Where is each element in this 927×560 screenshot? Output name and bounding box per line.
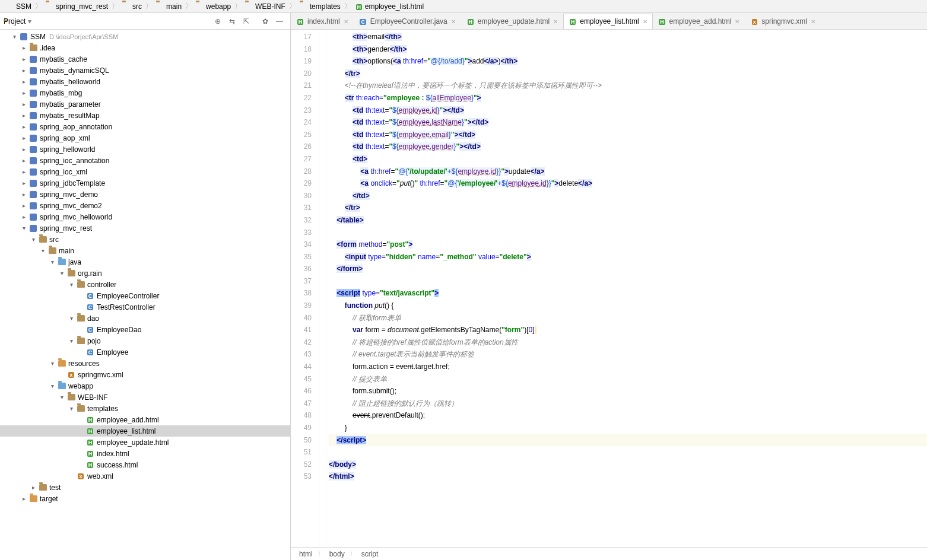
tree-node[interactable]: success.html <box>0 459 290 470</box>
tree-node[interactable]: ▸spring_ioc_xml <box>0 166 290 177</box>
tree-node[interactable]: ▸test <box>0 482 290 493</box>
chevron-down-icon[interactable]: ▾ <box>66 281 76 288</box>
chevron-down-icon[interactable]: ▾ <box>57 394 66 400</box>
chevron-right-icon[interactable]: ▸ <box>19 495 28 502</box>
code-line[interactable] <box>329 227 927 239</box>
code-editor[interactable]: 1718192021222324252627282930313233343536… <box>291 30 927 547</box>
tree-node[interactable]: TestRestController <box>0 301 290 313</box>
editor-tab[interactable]: employee_list.html✕ <box>563 14 652 29</box>
tree-node[interactable]: ▾main <box>0 245 290 256</box>
tree-node[interactable]: ▾SSMD:\ideaPorject\Apr\SSM <box>0 31 290 42</box>
fold-column[interactable] <box>319 30 326 547</box>
tree-node[interactable]: ▸mybatis_dynamicSQL <box>0 65 290 76</box>
code-line[interactable]: <a onclick="put()" th:href="@{'/employee… <box>329 177 927 190</box>
tree-node[interactable]: ▾WEB-INF <box>0 392 290 403</box>
code-line[interactable]: function put() { <box>329 300 927 312</box>
tree-node[interactable]: ▸spring_mvc_demo2 <box>0 200 290 211</box>
tree-node[interactable]: ▾pojo <box>0 335 290 346</box>
code-line[interactable]: // 阻止超链接的默认行为（跳转） <box>329 397 927 410</box>
code-line[interactable]: <form method="post"> <box>329 238 927 251</box>
chevron-right-icon[interactable]: ▸ <box>19 214 28 220</box>
tree-node[interactable]: ▸mybatis_cache <box>0 53 290 65</box>
tree-node[interactable]: ▾controller <box>0 279 290 290</box>
chevron-down-icon[interactable]: ▾ <box>57 270 66 276</box>
tree-node[interactable]: ▸mybatis_parameter <box>0 98 290 110</box>
chevron-right-icon[interactable]: ▸ <box>19 146 28 152</box>
tree-node[interactable]: ▾java <box>0 256 290 268</box>
tree-node[interactable]: ▸mybatis_resultMap <box>0 110 290 121</box>
chevron-down-icon[interactable]: ▾ <box>28 236 38 243</box>
chevron-right-icon[interactable]: ▸ <box>19 202 28 209</box>
code-line[interactable]: </table> <box>329 214 927 227</box>
code-line[interactable]: } <box>329 422 927 434</box>
breadcrumb-item[interactable]: spring_mvc_rest <box>43 2 110 11</box>
tree-node[interactable]: ▾templates <box>0 403 290 414</box>
chevron-right-icon[interactable]: ▸ <box>19 191 28 198</box>
code-line[interactable]: </tr> <box>329 202 927 214</box>
editor-tab[interactable]: EmployeeController.java✕ <box>354 14 461 29</box>
tree-node[interactable]: ▸spring_helloworld <box>0 144 290 155</box>
settings-icon[interactable]: ✿ <box>260 16 271 27</box>
tree-node[interactable]: ▾src <box>0 234 290 245</box>
chevron-right-icon[interactable]: ▸ <box>19 67 28 74</box>
project-view-selector[interactable]: Project ▾ <box>4 17 211 26</box>
tree-node[interactable]: employee_list.html <box>0 425 290 437</box>
code-line[interactable]: // event.target表示当前触发事件的标签 <box>329 348 927 361</box>
breadcrumb-item[interactable]: SSM <box>4 2 34 11</box>
tree-node[interactable]: ▸mybatis_mbg <box>0 87 290 98</box>
tree-node[interactable]: EmployeeController <box>0 290 290 301</box>
structure-crumb[interactable]: html <box>297 550 315 558</box>
close-icon[interactable]: ✕ <box>643 18 647 25</box>
tree-node[interactable]: Employee <box>0 346 290 358</box>
expand-all-icon[interactable]: ⇆ <box>227 16 237 27</box>
tree-node[interactable]: ▸spring_jdbcTemplate <box>0 177 290 189</box>
tree-node[interactable]: springmvc.xml <box>0 369 290 380</box>
code-line[interactable]: <th>gender</th> <box>329 43 927 56</box>
tree-node[interactable]: ▸.idea <box>0 42 290 53</box>
tree-node[interactable]: ▸spring_aop_xml <box>0 132 290 144</box>
tree-node[interactable]: index.html <box>0 448 290 459</box>
tree-node[interactable]: ▸spring_ioc_annotation <box>0 155 290 166</box>
chevron-right-icon[interactable]: ▸ <box>28 484 38 491</box>
code-line[interactable]: </td> <box>329 190 927 202</box>
code-line[interactable]: <tr th:each="employee : ${allEmployee}"> <box>329 92 927 104</box>
code-line[interactable]: </html> <box>329 470 927 483</box>
close-icon[interactable]: ✕ <box>735 18 739 25</box>
tree-node[interactable]: ▾org.rain <box>0 268 290 279</box>
code-line[interactable]: <td th:text="${employee.email}"></td> <box>329 129 927 141</box>
editor-tab[interactable]: employee_update.html✕ <box>461 14 563 29</box>
structure-crumb[interactable]: body <box>327 550 347 558</box>
code-line[interactable]: <script type="text/javascript"> <box>329 287 927 300</box>
tree-node[interactable]: ▸spring_mvc_helloworld <box>0 211 290 222</box>
code-body[interactable]: <th>email</th> <th>gender</th> <th>optio… <box>326 30 927 547</box>
code-line[interactable]: form.action = event.target.href; <box>329 361 927 373</box>
chevron-down-icon[interactable]: ▾ <box>38 247 47 254</box>
code-line[interactable]: <td th:text="${employee.id}"></td> <box>329 104 927 117</box>
editor-tab[interactable]: index.html✕ <box>291 14 354 29</box>
breadcrumb-item[interactable]: main <box>154 2 184 11</box>
close-icon[interactable]: ✕ <box>553 18 558 25</box>
chevron-right-icon[interactable]: ▸ <box>19 56 28 62</box>
breadcrumb-item[interactable]: WEB-INF <box>243 2 288 11</box>
chevron-down-icon[interactable]: ▾ <box>66 315 76 322</box>
chevron-right-icon[interactable]: ▸ <box>19 123 28 130</box>
chevron-right-icon[interactable]: ▸ <box>19 180 28 186</box>
tree-node[interactable]: ▾dao <box>0 313 290 324</box>
chevron-down-icon[interactable]: ▾ <box>9 33 19 40</box>
editor-tab[interactable]: employee_add.html✕ <box>653 14 745 29</box>
tree-node[interactable]: employee_update.html <box>0 437 290 448</box>
tree-node[interactable]: employee_add.html <box>0 414 290 425</box>
chevron-right-icon[interactable]: ▸ <box>19 90 28 96</box>
chevron-right-icon[interactable]: ▸ <box>19 135 28 141</box>
code-line[interactable]: <td th:text="${employee.gender}"></td> <box>329 141 927 153</box>
code-line[interactable]: </script> <box>329 434 927 447</box>
code-line[interactable] <box>329 275 927 288</box>
tree-node[interactable]: web.xml <box>0 470 290 482</box>
editor-tab[interactable]: springmvc.xml✕ <box>745 14 821 29</box>
collapse-all-icon[interactable]: ⇱ <box>241 16 252 27</box>
code-line[interactable]: </tr> <box>329 68 927 80</box>
code-line[interactable]: <a th:href="@{'/to/update/'+${employee.i… <box>329 166 927 178</box>
tree-node[interactable]: ▸target <box>0 493 290 504</box>
code-line[interactable]: <th>email</th> <box>329 31 927 43</box>
chevron-right-icon[interactable]: ▸ <box>19 112 28 119</box>
